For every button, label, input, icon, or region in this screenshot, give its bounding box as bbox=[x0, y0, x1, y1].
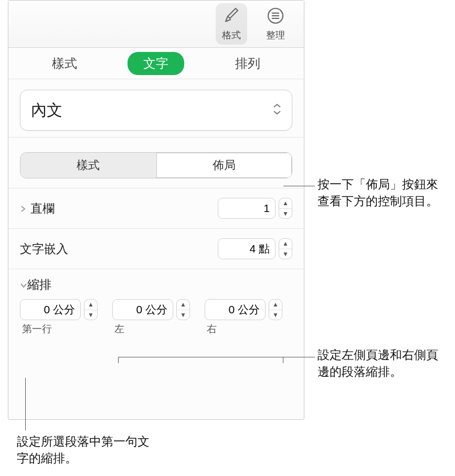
text-inset-row: 文字嵌入 ▲ ▼ bbox=[8, 229, 304, 269]
callout-bracket bbox=[118, 357, 283, 363]
format-button[interactable]: 格式 bbox=[216, 3, 247, 45]
segment-style[interactable]: 樣式 bbox=[20, 153, 156, 178]
indent-header: 縮排 bbox=[27, 277, 51, 293]
segment-layout[interactable]: 佈局 bbox=[156, 153, 292, 178]
paragraph-style-section: 內文 bbox=[8, 79, 304, 137]
paragraph-style-dropdown[interactable]: 內文 bbox=[20, 90, 292, 131]
indent-first-label: 第一行 bbox=[20, 322, 52, 336]
indent-left-label: 左 bbox=[112, 322, 124, 336]
columns-step-down[interactable]: ▼ bbox=[279, 209, 292, 219]
chevron-right-icon[interactable] bbox=[20, 202, 27, 216]
indent-section: 縮排 ▲ ▼ 第一行 ▲ ▼ bbox=[8, 269, 304, 348]
callout-layout: 按一下「佈局」按鈕來查看下方的控制項目。 bbox=[318, 176, 449, 209]
tab-text[interactable]: 文字 bbox=[128, 52, 184, 75]
callout-first-line: 設定所選段落中第一句文字的縮排。 bbox=[17, 433, 153, 467]
indent-left-col: ▲ ▼ 左 bbox=[112, 299, 190, 336]
list-icon bbox=[266, 6, 285, 28]
toolbar: 格式 整理 bbox=[8, 1, 304, 48]
text-inset-step-down[interactable]: ▼ bbox=[279, 249, 292, 259]
chevron-down-icon bbox=[273, 104, 281, 117]
text-inset-label: 文字嵌入 bbox=[20, 241, 68, 257]
paintbrush-icon bbox=[222, 6, 241, 28]
indent-right-label: 右 bbox=[205, 322, 217, 336]
arrange-label: 整理 bbox=[266, 29, 285, 41]
subtabs: 樣式 文字 排列 bbox=[8, 48, 304, 79]
indent-left-input[interactable] bbox=[112, 299, 173, 320]
columns-row: 直欄 ▲ ▼ bbox=[8, 188, 304, 229]
text-inset-stepper-buttons: ▲ ▼ bbox=[279, 238, 292, 259]
text-inset-input[interactable] bbox=[218, 238, 276, 259]
callout-line bbox=[283, 186, 315, 186]
indent-first-col: ▲ ▼ 第一行 bbox=[20, 299, 98, 336]
text-inset-stepper: ▲ ▼ bbox=[218, 238, 292, 259]
indent-right-up[interactable]: ▲ bbox=[269, 300, 282, 310]
indent-first-down[interactable]: ▼ bbox=[84, 310, 97, 320]
segmented-control: 樣式 佈局 bbox=[20, 152, 292, 178]
segmented-section: 樣式 佈局 bbox=[8, 137, 304, 188]
chevron-down-icon[interactable] bbox=[20, 278, 27, 292]
arrange-button[interactable]: 整理 bbox=[263, 4, 288, 44]
format-label: 格式 bbox=[222, 29, 241, 41]
tab-arrange[interactable]: 排列 bbox=[219, 52, 276, 75]
columns-stepper: ▲ ▼ bbox=[218, 198, 292, 219]
indent-left-up[interactable]: ▲ bbox=[177, 300, 189, 310]
columns-step-up[interactable]: ▲ bbox=[279, 198, 292, 209]
indent-right-col: ▲ ▼ 右 bbox=[205, 299, 282, 336]
indent-right-input[interactable] bbox=[205, 299, 266, 320]
callout-line bbox=[25, 378, 26, 430]
indent-left-down[interactable]: ▼ bbox=[177, 310, 189, 320]
columns-label: 直欄 bbox=[30, 200, 55, 217]
indent-first-input[interactable] bbox=[20, 299, 81, 320]
columns-stepper-buttons: ▲ ▼ bbox=[279, 198, 292, 219]
indent-first-up[interactable]: ▲ bbox=[84, 300, 97, 310]
text-inset-step-up[interactable]: ▲ bbox=[279, 239, 292, 249]
indent-right-down[interactable]: ▼ bbox=[269, 310, 282, 320]
paragraph-style-value: 內文 bbox=[31, 100, 62, 121]
columns-input[interactable] bbox=[218, 198, 276, 219]
tab-style[interactable]: 樣式 bbox=[36, 52, 93, 75]
callout-line bbox=[283, 357, 315, 357]
callout-margins: 設定左側頁邊和右側頁邊的段落縮排。 bbox=[318, 346, 449, 380]
